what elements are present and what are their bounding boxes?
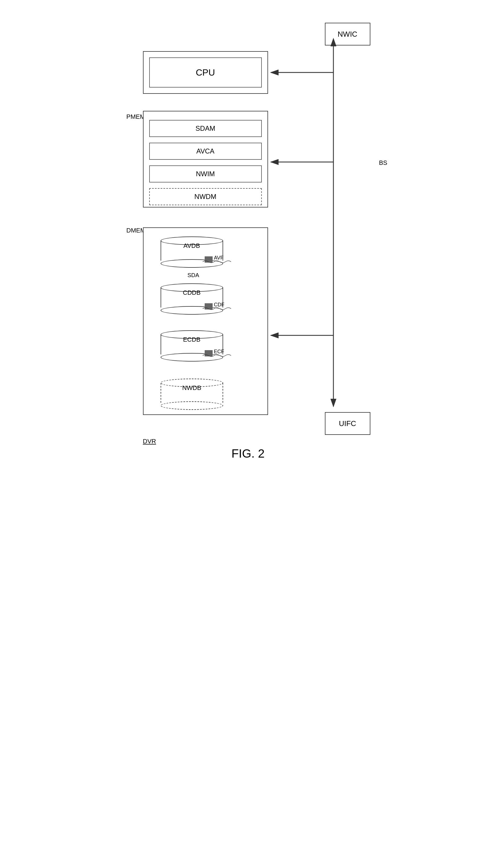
pmem-box: SDAM AVCA NWIM NWDM: [143, 111, 268, 207]
sdam-box: SDAM: [149, 120, 262, 137]
cpu-box-inner: CPU: [149, 58, 262, 88]
sda-label: SDA: [188, 272, 199, 279]
nwim-box: NWIM: [149, 165, 262, 183]
dmem-box: SDA AVDB AVF: [143, 227, 268, 415]
uifc-label: UIFC: [339, 419, 356, 428]
pmem-label: PMEM: [126, 113, 145, 121]
nwic-box: NWIC: [325, 23, 370, 46]
avdb-cylinder: AVDB AVF: [160, 236, 223, 268]
uifc-box: UIFC: [325, 412, 370, 435]
nwic-label: NWIC: [338, 30, 357, 39]
figure-label: FIG. 2: [231, 447, 265, 460]
ecdb-cylinder: ECDB ECF: [160, 330, 223, 362]
diagram-container: NWIC CPU PMEM SDAM AVCA NWIM NWDM DMEM: [120, 23, 376, 463]
nwdb-cylinder: NWDB: [160, 379, 223, 410]
bs-label: BS: [379, 159, 387, 167]
nwdm-box: NWDM: [149, 188, 262, 205]
cpu-label: CPU: [196, 67, 215, 78]
cddb-cylinder: CDDB CDF: [160, 283, 223, 315]
avca-box: AVCA: [149, 143, 262, 160]
cpu-box-outer: CPU: [143, 51, 268, 94]
dvr-label: DVR: [143, 438, 156, 445]
